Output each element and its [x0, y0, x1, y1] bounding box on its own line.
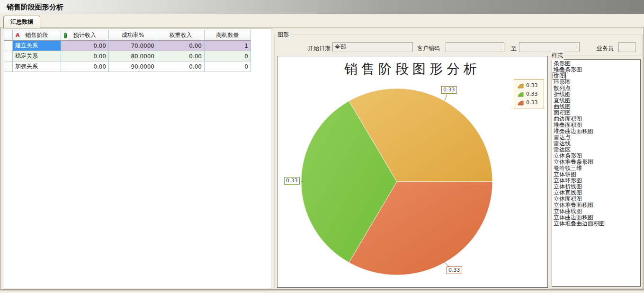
column-header-0[interactable]: A销售阶段	[13, 30, 61, 41]
sales-stage-table: A销售阶段预计收入成功率%权重收入商机数量 建立关系0.0070.00000.0…	[4, 30, 251, 72]
cell-weighted-income[interactable]: 0.00	[157, 62, 205, 72]
cell-row-indicator[interactable]	[4, 62, 13, 72]
legend-label: 0.33	[526, 99, 538, 106]
bottom-divider	[0, 290, 644, 291]
column-header-2[interactable]: 成功率%	[109, 30, 157, 41]
legend-wedge-icon	[516, 82, 524, 89]
table-row[interactable]: 稳定关系0.0080.00000.000	[4, 51, 251, 62]
cell-stage[interactable]: 建立关系	[13, 41, 61, 51]
column-header-1[interactable]: 预计收入	[61, 30, 109, 41]
legend-entry: 0.33	[516, 81, 542, 89]
app-window: 销售阶段图形分析 汇总数据 A销售阶段预计收入成功率%权重收入商机数量 建立关系…	[0, 0, 644, 293]
chart-title: 销售阶段图形分析	[277, 60, 547, 78]
chart-legend: 0.330.330.33	[514, 79, 544, 108]
pie-label-orange: 0.33	[447, 266, 462, 274]
cell-stage[interactable]: 稳定关系	[13, 51, 61, 62]
pie-label-yellow: 0.33	[441, 86, 457, 94]
cell-success-rate[interactable]: 90.0000	[109, 62, 157, 72]
column-header-4[interactable]: 商机数量	[205, 30, 251, 41]
page-title: 销售阶段图形分析	[0, 0, 644, 14]
tab-page: A销售阶段预计收入成功率%权重收入商机数量 建立关系0.0070.00000.0…	[0, 27, 644, 290]
customer-code-to-input[interactable]	[519, 42, 580, 52]
style-groupbox: 样式 条形图堆叠条形图饼图环形图散列点折线图直线图曲线图面积图曲边面积图堆叠面积…	[550, 52, 643, 289]
sort-marker-a-icon: A	[16, 32, 20, 38]
cell-opportunity-count[interactable]: 0	[205, 62, 251, 72]
cell-weighted-income[interactable]: 0.00	[157, 51, 205, 62]
start-date-input[interactable]	[332, 42, 413, 52]
cell-expected-income[interactable]: 0.00	[61, 51, 109, 62]
cell-expected-income[interactable]: 0.00	[61, 62, 109, 72]
cell-row-indicator[interactable]	[4, 41, 13, 51]
legend-label: 0.33	[526, 82, 538, 89]
legend-wedge-icon	[516, 90, 524, 97]
chart-area: 销售阶段图形分析 0.33 0.33 0.33 0.330.330.33	[277, 56, 548, 288]
column-header-3[interactable]: 权重收入	[157, 30, 205, 41]
cell-opportunity-count[interactable]: 0	[205, 51, 251, 62]
table-row[interactable]: 加强关系0.0090.00000.000	[4, 62, 251, 72]
legend-entry: 0.33	[516, 98, 542, 107]
table-header-row: A销售阶段预计收入成功率%权重收入商机数量	[4, 30, 251, 41]
cell-success-rate[interactable]: 80.0000	[109, 51, 157, 62]
table-row[interactable]: 建立关系0.0070.00000.001	[4, 41, 251, 51]
chart-style-listbox: 条形图堆叠条形图饼图环形图散列点折线图直线图曲线图面积图曲边面积图堆叠面积图堆叠…	[552, 59, 641, 287]
start-date-label: 开始日期	[274, 44, 331, 53]
tab-bar: 汇总数据	[0, 14, 644, 27]
tab-summary-data[interactable]: 汇总数据	[3, 16, 40, 28]
style-option[interactable]: 立体堆叠曲边面积图	[553, 221, 605, 227]
cell-stage[interactable]: 加强关系	[13, 62, 61, 72]
pie-chart	[277, 56, 547, 289]
legend-wedge-icon	[516, 99, 524, 106]
legend-entry: 0.33	[516, 89, 542, 98]
to-label: 至	[511, 44, 517, 53]
style-groupbox-caption: 样式	[551, 52, 564, 60]
cell-opportunity-count[interactable]: 1	[205, 41, 251, 51]
pie-label-green: 0.33	[284, 177, 300, 185]
cell-row-indicator[interactable]	[4, 51, 13, 62]
legend-label: 0.33	[526, 91, 538, 97]
cell-weighted-income[interactable]: 0.00	[157, 41, 205, 51]
customer-code-from-input[interactable]	[446, 42, 504, 52]
cell-success-rate[interactable]: 70.0000	[109, 41, 157, 51]
summary-table-panel: A销售阶段预计收入成功率%权重收入商机数量 建立关系0.0070.00000.0…	[3, 28, 271, 288]
window-titlebar: 销售阶段图形分析	[0, 0, 644, 14]
row-indicator-header	[4, 30, 13, 41]
cell-expected-income[interactable]: 0.00	[61, 41, 109, 51]
graph-groupbox-caption: 图形	[276, 31, 290, 39]
table-body: 建立关系0.0070.00000.001稳定关系0.0080.00000.000…	[4, 41, 251, 72]
graph-groupbox: 图形 开始日期 客户编码 至 业务员 销售阶段图形分析 0.33 0.33 0.…	[274, 31, 643, 289]
filter-marker-icon	[64, 33, 67, 38]
salesman-input[interactable]	[618, 42, 635, 52]
customer-code-label: 客户编码	[417, 44, 440, 53]
